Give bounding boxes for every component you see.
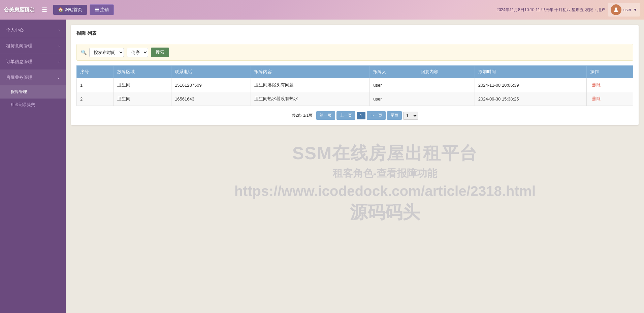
pagination: 共2条 1/1页 第一页 上一页 1 下一页 尾页 1 10 20	[76, 111, 633, 120]
user-menu[interactable]: user ▼	[608, 3, 640, 17]
col-header-phone: 联系电话	[171, 66, 251, 78]
sidebar-sub-item-rent-record-label: 租金记录提交	[11, 102, 35, 107]
layout: 个人中心 › 租赁意向管理 › 订单信息管理 › 房屋业务管理 ∨ 报障管理 租…	[0, 20, 644, 313]
cell-action: 删除	[586, 78, 633, 92]
first-page-button[interactable]: 第一页	[316, 111, 335, 120]
pagination-info: 共2条 1/1页	[292, 113, 313, 118]
cell-phone: 16561643	[171, 92, 251, 106]
sidebar-item-property[interactable]: 房屋业务管理 ∨	[0, 70, 66, 86]
sidebar-sub-item-fault[interactable]: 报障管理	[0, 86, 66, 98]
col-header-area: 故障区域	[114, 66, 171, 78]
watermark: SSM在线房屋出租平台 租客角色-查看报障功能 https://www.icod…	[234, 142, 536, 224]
datetime-display: 2024年11月8日10:10:11 甲辰年 十月初八 星期五 权限：用户	[496, 7, 605, 13]
header: 合美房屋预定 ☰ 🏠 网站首页 ☰ 注销 2024年11月8日10:10:11 …	[0, 0, 644, 20]
cell-reporter: user	[370, 78, 417, 92]
cell-reply	[417, 92, 475, 106]
avatar	[611, 4, 621, 15]
sidebar-item-order-label: 订单信息管理	[6, 59, 32, 65]
search-button[interactable]: 搜索	[151, 48, 169, 57]
main-content: SSM在线房屋出租平台 租客角色-查看报障功能 https://www.icod…	[66, 20, 644, 313]
watermark-line1: SSM在线房屋出租平台	[234, 142, 536, 165]
app-logo: 合美房屋预定	[4, 7, 34, 13]
sidebar-sub-item-rent-record[interactable]: 租金记录提交	[0, 98, 66, 111]
chevron-down-icon: ∨	[57, 76, 60, 80]
user-dropdown-icon: ▼	[633, 7, 637, 12]
last-page-button[interactable]: 尾页	[387, 111, 402, 120]
cell-phone: 15161287509	[171, 78, 251, 92]
prev-page-button[interactable]: 上一页	[336, 111, 355, 120]
table-row: 2 卫生间 16561643 卫生间热水器没有热水 user 2024-09-3…	[77, 92, 633, 106]
fault-table: 序号 故障区域 联系电话 报障内容 报障人 回复内容 添加时间 操作 1 卫生间…	[76, 65, 633, 106]
watermark-line3: https://www.icodedock.com/article/2318.h…	[234, 183, 536, 199]
per-page-select[interactable]: 1 10 20	[403, 112, 418, 120]
sidebar-item-property-label: 房屋业务管理	[6, 75, 32, 81]
delete-button[interactable]: 删除	[590, 95, 603, 103]
col-header-time: 添加时间	[475, 66, 586, 78]
username-label: user	[623, 7, 631, 12]
sidebar-item-rental-label: 租赁意向管理	[6, 43, 32, 49]
home-button[interactable]: 🏠 网站首页	[53, 5, 87, 15]
watermark-line2: 租客角色-查看报障功能	[234, 167, 536, 180]
sidebar-item-personal[interactable]: 个人中心 ›	[0, 22, 66, 38]
svg-point-0	[615, 7, 617, 10]
table-header-row: 序号 故障区域 联系电话 报障内容 报障人 回复内容 添加时间 操作	[77, 66, 633, 78]
col-header-reply: 回复内容	[417, 66, 475, 78]
chevron-right-icon: ›	[59, 60, 60, 64]
cell-content: 卫生间热水器没有热水	[251, 92, 370, 106]
col-header-id: 序号	[77, 66, 114, 78]
content-card: 报障 列表 🔍 按发布时间 按添加时间 按序号 倒序 正序 搜索	[71, 25, 639, 125]
watermark-line4: 源码码头	[234, 201, 536, 224]
col-header-content: 报障内容	[251, 66, 370, 78]
col-header-action: 操作	[586, 66, 633, 78]
sidebar-item-personal-label: 个人中心	[6, 27, 24, 33]
next-page-button[interactable]: 下一页	[367, 111, 386, 120]
menu-toggle-button[interactable]: ☰	[40, 5, 49, 15]
sidebar-item-rental[interactable]: 租赁意向管理 ›	[0, 38, 66, 54]
header-right: 2024年11月8日10:10:11 甲辰年 十月初八 星期五 权限：用户 us…	[496, 3, 640, 17]
cell-area: 卫生间	[114, 92, 171, 106]
sidebar-sub-item-fault-label: 报障管理	[11, 89, 27, 94]
cell-content: 卫生间淋浴头有问题	[251, 78, 370, 92]
cell-time: 2024-09-30 15:38:25	[475, 92, 586, 106]
search-bar: 🔍 按发布时间 按添加时间 按序号 倒序 正序 搜索	[76, 44, 633, 61]
cell-area: 卫生间	[114, 78, 171, 92]
logout-button[interactable]: ☰ 注销	[90, 4, 114, 15]
cell-id: 1	[77, 78, 114, 92]
cell-action: 删除	[586, 92, 633, 106]
cell-time: 2024-11-08 10:06:39	[475, 78, 586, 92]
cell-id: 2	[77, 92, 114, 106]
delete-button[interactable]: 删除	[590, 81, 603, 89]
col-header-reporter: 报障人	[370, 66, 417, 78]
cell-reply	[417, 78, 475, 92]
cell-reporter: user	[370, 92, 417, 106]
table-row: 1 卫生间 15161287509 卫生间淋浴头有问题 user 2024-11…	[77, 78, 633, 92]
sort-select[interactable]: 按发布时间 按添加时间 按序号	[89, 48, 124, 57]
chevron-right-icon: ›	[59, 28, 60, 32]
sidebar: 个人中心 › 租赁意向管理 › 订单信息管理 › 房屋业务管理 ∨ 报障管理 租…	[0, 20, 66, 313]
current-page-button[interactable]: 1	[357, 112, 366, 119]
sidebar-item-order[interactable]: 订单信息管理 ›	[0, 54, 66, 70]
chevron-right-icon: ›	[59, 44, 60, 48]
page-title: 报障 列表	[76, 30, 633, 39]
order-select[interactable]: 倒序 正序	[127, 48, 148, 57]
search-icon: 🔍	[81, 50, 87, 55]
